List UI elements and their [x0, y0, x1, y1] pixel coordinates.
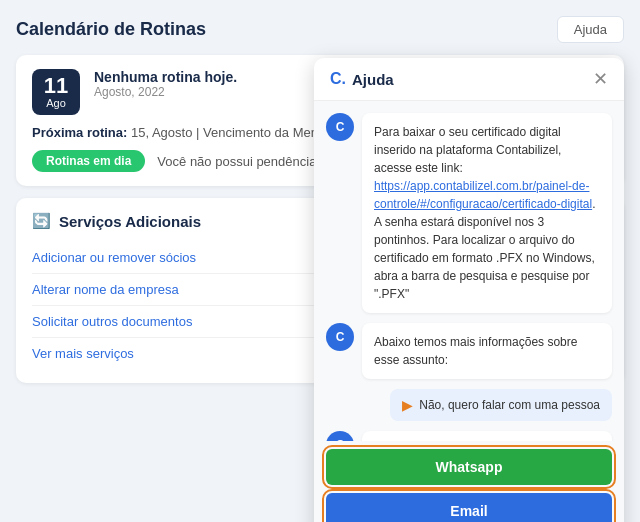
services-icon: 🔄 — [32, 212, 51, 230]
user-bubble: ▶ Não, quero falar com uma pessoa — [390, 389, 612, 421]
month-year: Agosto, 2022 — [94, 85, 237, 99]
date-day: 11 — [42, 75, 70, 97]
help-messages: C Para baixar o seu certificado digital … — [314, 101, 624, 441]
cert-link[interactable]: https://app.contabilizel.com.br/painel-d… — [374, 179, 592, 211]
bot-avatar-1: C — [326, 113, 354, 141]
proxima-label: Próxima rotina: — [32, 125, 127, 140]
bot-message-1: C Para baixar o seu certificado digital … — [326, 113, 612, 313]
help-panel-title: C. Ajuda — [330, 70, 394, 88]
help-button[interactable]: Ajuda — [557, 16, 624, 43]
msg-bubble-3: Como você quer falar conosco? — [362, 431, 612, 441]
service-change-name[interactable]: Alterar nome da empresa — [32, 274, 320, 306]
user-message: ▶ Não, quero falar com uma pessoa — [326, 389, 612, 421]
date-badge: 11 Ago — [32, 69, 80, 115]
bot-message-3: C Como você quer falar conosco? — [326, 431, 612, 441]
calendar-info: Nenhuma rotina hoje. Agosto, 2022 — [94, 69, 237, 99]
status-badge: Rotinas em dia — [32, 150, 145, 172]
help-panel-header: C. Ajuda ✕ — [314, 58, 624, 101]
service-more[interactable]: Ver mais serviços — [32, 338, 320, 369]
help-logo: C. — [330, 70, 346, 88]
help-panel: C. Ajuda ✕ C Para baixar o seu certifica… — [314, 58, 624, 522]
bot-message-2: C Abaixo temos mais informações sobre es… — [326, 323, 612, 379]
no-pending-text: Você não possui pendências! — [157, 154, 326, 169]
msg-bubble-2: Abaixo temos mais informações sobre esse… — [362, 323, 612, 379]
service-other-docs[interactable]: Solicitar outros documentos — [32, 306, 320, 338]
bot-avatar-3: C — [326, 431, 354, 441]
arrow-icon: ▶ — [402, 397, 413, 413]
action-buttons: Whatsapp Email — [314, 441, 624, 522]
email-button[interactable]: Email — [326, 493, 612, 522]
service-add-partners[interactable]: Adicionar ou remover sócios — [32, 242, 320, 274]
services-title-text: Serviços Adicionais — [59, 213, 201, 230]
page-title: Calendário de Rotinas — [16, 19, 206, 40]
help-title-text: Ajuda — [352, 71, 394, 88]
whatsapp-button[interactable]: Whatsapp — [326, 449, 612, 485]
user-message-text: Não, quero falar com uma pessoa — [419, 398, 600, 412]
no-routine-text: Nenhuma rotina hoje. — [94, 69, 237, 85]
close-button[interactable]: ✕ — [593, 70, 608, 88]
msg-bubble-1: Para baixar o seu certificado digital in… — [362, 113, 612, 313]
date-month: Ago — [42, 97, 70, 109]
bot-avatar-2: C — [326, 323, 354, 351]
top-bar: Calendário de Rotinas Ajuda — [16, 16, 624, 43]
